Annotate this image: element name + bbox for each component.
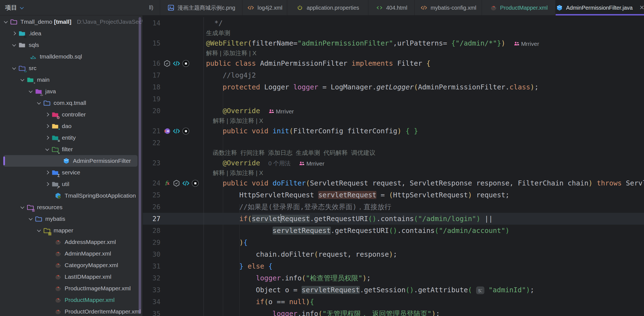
ai-code-icon[interactable] <box>182 179 190 187</box>
chevron-down-icon[interactable] <box>37 101 41 105</box>
code-line-32[interactable]: 32 logger.info("检查管理员权限"); <box>143 272 644 284</box>
code-line-28[interactable]: 28 servletRequest.getRequestURI().contai… <box>143 225 644 237</box>
tree-item-LastIDMapper.xml[interactable]: LastIDMapper.xml <box>0 271 142 283</box>
code-line-30[interactable]: 30 chain.doFilter(request, response); <box>143 248 644 260</box>
tree-item-resources[interactable]: ≣resources <box>0 201 142 213</box>
tree-item-mapper[interactable]: ▦mapper <box>0 225 142 236</box>
code-text[interactable]: public void doFilter(ServletRequest requ… <box>204 177 644 189</box>
chevron-down-icon[interactable] <box>29 89 33 93</box>
code-text[interactable]: logger.info("检查管理员权限"); <box>204 272 371 284</box>
ai-code-icon[interactable] <box>173 60 180 67</box>
project-tree-scrollbar[interactable] <box>139 17 141 314</box>
code-text[interactable]: ){ <box>204 237 248 248</box>
tree-item-service[interactable]: Σservice <box>0 167 142 178</box>
ai-dark-icon[interactable] <box>182 127 190 135</box>
tree-item-AdminMapper.xml[interactable]: AdminMapper.xml <box>0 248 142 259</box>
chevron-right-icon[interactable] <box>45 136 49 140</box>
tree-item-mybatis[interactable]: mybatis <box>0 213 142 225</box>
code-text[interactable]: public class AdminPermissionFilter imple… <box>204 57 431 69</box>
ai-inline-hint-row[interactable]: 生成单测 <box>143 29 644 37</box>
code-line-27[interactable]: 27 if(servletRequest.getRequestURI().con… <box>143 213 644 225</box>
ai-inline-hint-row[interactable]: 解释 | 添加注释 | X <box>143 49 644 57</box>
ai-inline-hint-row[interactable]: 函数注释 行间注释 添加日志 生成单测 代码解释 调优建议 <box>143 149 644 157</box>
code-line-14[interactable]: 14 */ <box>143 17 644 29</box>
code-text[interactable]: @WebFilter(filterName="adminPermissionFi… <box>204 37 539 49</box>
tree-item-ProductMapper.xml[interactable]: ProductMapper.xml <box>0 294 142 306</box>
code-text[interactable]: //log4j2 <box>204 69 256 81</box>
code-text[interactable]: */ <box>204 17 223 29</box>
ai-hint-text[interactable]: 函数注释 行间注释 添加日志 生成单测 代码解释 调优建议 <box>204 149 376 157</box>
chevron-down-icon[interactable] <box>20 6 24 9</box>
code-line-16[interactable]: 16public class AdminPermissionFilter imp… <box>143 57 644 69</box>
code-line-29[interactable]: 29 ){ <box>143 237 644 248</box>
code-text[interactable]: logger.info("无管理权限， 返回管理员登陆页"); <box>204 308 440 316</box>
chevron-down-icon[interactable] <box>4 20 8 23</box>
code-line-33[interactable]: 33 Object o = servletRequest.getSession(… <box>143 284 644 296</box>
code-text[interactable] <box>204 137 206 149</box>
tree-item-Tmall_demo[interactable]: Tmall_demo [tmall]D:\Java_Project\JavaSe… <box>0 16 142 28</box>
mrriver-annotation[interactable]: Mrriver <box>299 158 324 169</box>
code-text[interactable]: Object o = servletRequest.getSession().g… <box>204 284 534 296</box>
tree-item-dao[interactable]: •dao <box>0 120 142 132</box>
tree-item-controller[interactable]: ⚙controller <box>0 109 142 120</box>
ai-hint-text[interactable]: 解释 | 添加注释 | X <box>204 169 263 177</box>
chevron-right-icon[interactable] <box>12 31 16 35</box>
ai-hint-text[interactable]: 解释 | 添加注释 | X <box>204 117 263 125</box>
override-marker-icon[interactable] <box>163 127 171 135</box>
tree-item-sqls[interactable]: sqls <box>0 39 142 51</box>
chevron-down-icon[interactable] <box>12 43 16 47</box>
tree-item-com.xq.tmall[interactable]: com.xq.tmall <box>0 97 142 109</box>
code-text[interactable]: @Override Mrriver <box>204 105 294 117</box>
code-text[interactable]: HttpServletRequest servletRequest = (Htt… <box>204 189 510 201</box>
code-line-22[interactable]: 22 <box>143 137 644 149</box>
code-line-34[interactable]: 34 if(o == null){ <box>143 296 644 308</box>
code-text[interactable]: protected Logger logger = LogManager.get… <box>204 81 539 93</box>
tree-item-util[interactable]: ↗util <box>0 178 142 190</box>
code-line-20[interactable]: 20 @Override Mrriver <box>143 105 644 117</box>
tab-AdminPermissionFilter.java[interactable]: AdminPermissionFilter.java✕ <box>556 0 644 15</box>
code-line-25[interactable]: 25 HttpServletRequest servletRequest = (… <box>143 189 644 201</box>
tree-item-.idea[interactable]: ◼.idea <box>0 28 142 39</box>
code-line-18[interactable]: 18 protected Logger logger = LogManager.… <box>143 81 644 93</box>
code-text[interactable]: @Override 0 个用法 Mrriver <box>204 157 324 169</box>
tree-item-ProductOrderItemMapper.xml[interactable]: ProductOrderItemMapper.xml <box>0 306 142 316</box>
tree-item-tmalldemodb.sql[interactable]: tmalldemodb.sql <box>0 51 142 62</box>
code-text[interactable]: if(o == null){ <box>204 296 314 308</box>
code-text[interactable] <box>204 93 206 105</box>
code-editor[interactable]: 14 */生成单测15@WebFilter(filterName="adminP… <box>142 15 644 316</box>
ai-inline-hint-row[interactable]: 解释 | 添加注释 | X <box>143 169 644 177</box>
ai-dark-icon[interactable] <box>182 60 190 67</box>
tab-application.properties[interactable]: application.properties <box>287 0 368 15</box>
tab-mybatis-config.xml[interactable]: mybatis-config.xml <box>415 0 482 15</box>
close-icon[interactable]: ✕ <box>639 4 644 11</box>
tab-404.html[interactable]: 404.html <box>368 0 415 15</box>
code-text[interactable]: //如果是(登录界面,登录态失效界面)，直接放行 <box>204 201 391 213</box>
tree-item-filter[interactable]: ↘filter <box>0 144 142 155</box>
tree-item-AddressMapper.xml[interactable]: AddressMapper.xml <box>0 236 142 248</box>
code-text[interactable]: if(servletRequest.getRequestURI().contai… <box>204 213 497 225</box>
code-text[interactable]: servletRequest.getRequestURI().contains(… <box>204 225 510 237</box>
tree-item-java[interactable]: ♨java <box>0 86 142 97</box>
mrriver-annotation[interactable]: Mrriver <box>514 38 539 50</box>
code-line-26[interactable]: 26 //如果是(登录界面,登录态失效界面)，直接放行 <box>143 201 644 213</box>
ai-hexagon-icon[interactable] <box>163 60 171 67</box>
tree-item-AdminPermissionFilter[interactable]: AdminPermissionFilter <box>3 155 138 167</box>
code-line-24[interactable]: 24fx public void doFilter(ServletRequest… <box>143 177 644 189</box>
chevron-down-icon[interactable] <box>29 217 33 221</box>
ai-code-icon[interactable] <box>173 127 180 135</box>
usages-inlay[interactable]: 0 个用法 <box>268 160 291 166</box>
ai-hint-text[interactable]: 解释 | 添加注释 | X <box>204 49 257 57</box>
code-line-17[interactable]: 17 //log4j2 <box>143 69 644 81</box>
chevron-right-icon[interactable] <box>45 124 49 128</box>
tree-item-entity[interactable]: ≡entity <box>0 132 142 144</box>
fx-icon[interactable]: fx <box>163 179 171 187</box>
chevron-right-icon[interactable] <box>45 182 49 186</box>
tab-log4j2.xml[interactable]: log4j2.xml <box>242 0 287 15</box>
mrriver-annotation[interactable]: Mrriver <box>268 105 294 117</box>
code-line-15[interactable]: 15@WebFilter(filterName="adminPermission… <box>143 37 644 49</box>
code-line-19[interactable]: 19 <box>143 93 644 105</box>
chevron-down-icon[interactable] <box>12 66 16 70</box>
tree-item-ProductImageMapper.xml[interactable]: ProductImageMapper.xml <box>0 283 142 294</box>
tab-漫画主题商城示例c.png[interactable]: 漫画主题商城示例c.png <box>160 0 242 15</box>
ai-hint-text[interactable]: 生成单测 <box>204 29 230 37</box>
